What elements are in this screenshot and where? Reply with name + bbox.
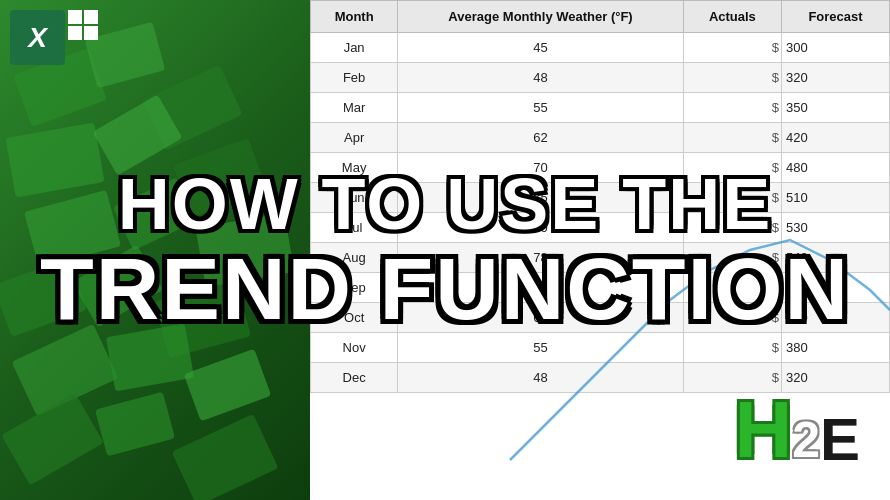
col-header-weather: Average Monthly Weather (°F) — [398, 1, 684, 33]
h2e-e-letter: E — [820, 410, 860, 470]
cell-dollar: $ — [683, 33, 781, 63]
cell-month: Jan — [311, 33, 398, 63]
cell-weather: 78 — [398, 243, 684, 273]
cell-actuals: 510 — [781, 183, 889, 213]
cell-actuals: 380 — [781, 333, 889, 363]
cell-actuals: 320 — [781, 363, 889, 393]
cell-actuals: 420 — [781, 123, 889, 153]
cell-weather: 48 — [398, 363, 684, 393]
cell-actuals: 500 — [781, 273, 889, 303]
cell-dollar: $ — [683, 303, 781, 333]
cell-dollar: $ — [683, 93, 781, 123]
cell-month: Sep — [311, 273, 398, 303]
excel-grid-icon — [68, 10, 98, 40]
table-row: Nov 55 $ 380 — [311, 333, 890, 363]
cell-weather: 45 — [398, 33, 684, 63]
cell-month: Oct — [311, 303, 398, 333]
left-background — [0, 0, 310, 500]
h2e-2-number: 2 — [792, 415, 820, 465]
hex-decoration — [0, 0, 310, 500]
cell-dollar: $ — [683, 213, 781, 243]
col-header-actuals: Actuals — [683, 1, 781, 33]
cell-dollar: $ — [683, 333, 781, 363]
cell-dollar: $ — [683, 63, 781, 93]
cell-month: Feb — [311, 63, 398, 93]
cell-actuals: 540 — [781, 243, 889, 273]
table-row: Dec 48 $ 320 — [311, 363, 890, 393]
excel-letter: X — [28, 24, 47, 52]
cell-weather: 65 — [398, 303, 684, 333]
cell-weather: 80 — [398, 213, 684, 243]
excel-logo: X — [10, 10, 65, 65]
cell-weather: 55 — [398, 333, 684, 363]
cell-weather: 62 — [398, 123, 684, 153]
cell-actuals: 450 — [781, 303, 889, 333]
table-row: May 70 $ 480 — [311, 153, 890, 183]
col-header-forecast: Forecast — [781, 1, 889, 33]
cell-dollar: $ — [683, 183, 781, 213]
cell-actuals: 480 — [781, 153, 889, 183]
col-header-month: Month — [311, 1, 398, 33]
table-row: Jan 45 $ 300 — [311, 33, 890, 63]
table-row: Oct 65 $ 450 — [311, 303, 890, 333]
table-row: Jun 75 $ 510 — [311, 183, 890, 213]
cell-month: Apr — [311, 123, 398, 153]
cell-actuals: 320 — [781, 63, 889, 93]
cell-dollar: $ — [683, 243, 781, 273]
table-row: Sep 72 $ 500 — [311, 273, 890, 303]
cell-actuals: 300 — [781, 33, 889, 63]
cell-month: May — [311, 153, 398, 183]
cell-dollar: $ — [683, 123, 781, 153]
table-row: Jul 80 $ 530 — [311, 213, 890, 243]
cell-actuals: 530 — [781, 213, 889, 243]
cell-month: Mar — [311, 93, 398, 123]
cell-weather: 75 — [398, 183, 684, 213]
h2e-h-letter: H — [734, 390, 792, 470]
cell-month: Jul — [311, 213, 398, 243]
data-table: Month Average Monthly Weather (°F) Actua… — [310, 0, 890, 393]
cell-weather: 48 — [398, 63, 684, 93]
h2e-logo: H 2 E — [734, 390, 860, 470]
table-row: Aug 78 $ 540 — [311, 243, 890, 273]
cell-weather: 70 — [398, 153, 684, 183]
cell-month: Jun — [311, 183, 398, 213]
table-row: Apr 62 $ 420 — [311, 123, 890, 153]
cell-actuals: 350 — [781, 93, 889, 123]
cell-dollar: $ — [683, 273, 781, 303]
cell-month: Nov — [311, 333, 398, 363]
table-row: Feb 48 $ 320 — [311, 63, 890, 93]
cell-month: Dec — [311, 363, 398, 393]
cell-weather: 55 — [398, 93, 684, 123]
cell-weather: 72 — [398, 273, 684, 303]
cell-dollar: $ — [683, 153, 781, 183]
table-row: Mar 55 $ 350 — [311, 93, 890, 123]
cell-month: Aug — [311, 243, 398, 273]
